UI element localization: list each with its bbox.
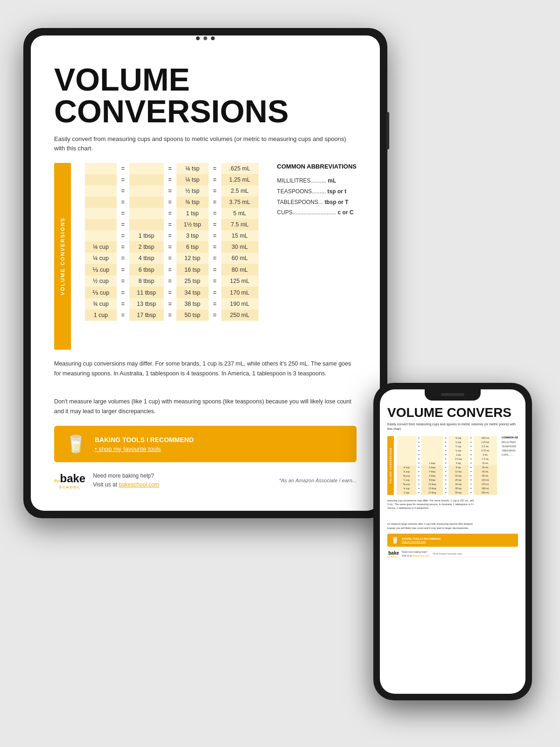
table-row: ⅓ cup = 6 tbsp = 16 tsp = 80 mL	[397, 474, 497, 478]
table-row: ¼ cup = 4 tbsp = 12 tsp = 60 mL	[397, 470, 497, 474]
cell-tbsp: 11 tbsp	[129, 287, 164, 298]
tablet-device: VOLUME CONVERSIONS Easily convert from m…	[23, 28, 387, 518]
cell-cup: ⅛ cup	[85, 241, 117, 253]
table-row: ½ cup = 8 tbsp = 25 tsp = 125 mL	[397, 478, 497, 482]
phone-baking-link[interactable]: shop my favourite tools	[402, 540, 441, 543]
cell-eq2: =	[164, 275, 176, 287]
cell-eq2: =	[164, 185, 176, 197]
cell-eq3: =	[209, 298, 221, 310]
cell-cup	[85, 185, 117, 197]
cell-eq2: =	[164, 208, 176, 219]
cell-tbsp: 4 tbsp	[129, 253, 164, 264]
table-row: = = ¾ tsp = 3.75 mL	[85, 197, 259, 208]
table-row: = 1 tbsp = 3 tsp = 15 mL	[85, 230, 259, 241]
cell-eq1: =	[117, 185, 129, 197]
doc-note-1: Measuring cup conversions may differ. Fo…	[54, 359, 357, 379]
cell-eq3: =	[209, 253, 221, 264]
cell-cup	[85, 219, 117, 230]
phone-logo: b bake SCHOOL	[387, 550, 399, 558]
cell-eq1: =	[117, 275, 129, 287]
doc-note-2: Don't measure large volumes (like 1 cup)…	[54, 397, 357, 417]
cell-ml: 170 mL	[221, 287, 259, 298]
phone-vertical-label-bg: VOLUME CONVERSIONS	[387, 436, 394, 495]
table-row: = = ⅛ tsp = .625 mL	[397, 436, 497, 440]
baking-tools-link[interactable]: shop my favourite tools	[95, 445, 194, 452]
phone-footer-text: Need more baking help? Visit us at bakes…	[402, 550, 429, 557]
table-row: ⅛ cup = 2 tbsp = 6 tsp = 30 mL	[85, 241, 259, 253]
bakeschool-logo: the bake SCHOOL	[54, 472, 85, 489]
conversion-table-area: = = ⅛ tsp = .625 mL = = ¼ tsp = 1.25 mL …	[85, 163, 259, 350]
cell-cup	[85, 208, 117, 219]
cell-eq2: =	[164, 241, 176, 253]
cell-tbsp: 17 tbsp	[129, 310, 164, 321]
phone-footer: b bake SCHOOL Need more baking help? Vis…	[387, 550, 518, 558]
tablet-side-button	[386, 112, 389, 149]
cell-tsp: ¾ tsp	[176, 197, 209, 208]
footer-visit: Visit us at	[93, 481, 117, 488]
conversion-table: = = ⅛ tsp = .625 mL = = ¼ tsp = 1.25 mL …	[85, 163, 259, 321]
cell-eq1: =	[117, 310, 129, 321]
phone-doc-notes: easuring cup conversions may differ. For…	[387, 499, 518, 510]
cell-eq3: =	[209, 174, 221, 185]
phone-abbrev-list: MILLILITRES TEASPOONS TABLESPOO CUPS....…	[502, 440, 518, 457]
cell-eq2: =	[164, 264, 176, 275]
table-row: = = 1½ tsp = 7.5 mL	[397, 457, 497, 461]
cell-cup: ¼ cup	[85, 253, 117, 264]
table-row: ⅓ cup = 6 tbsp = 16 tsp = 80 mL	[85, 264, 259, 275]
cell-tbsp	[129, 208, 164, 219]
tablet-dot-3	[211, 36, 215, 40]
footer-url[interactable]: bakeschool.com	[119, 481, 159, 488]
abbreviations-section: COMMON ABBREVIATIONS MILLILITRES........…	[277, 163, 357, 350]
cell-eq1: =	[117, 230, 129, 241]
table-row: ¼ cup = 4 tbsp = 12 tsp = 60 mL	[85, 253, 259, 264]
phone-abbreviations: COMMON AB MILLILITRES TEASPOONS TABLESPO…	[502, 436, 518, 495]
cell-eq1: =	[117, 241, 129, 253]
abbreviations-title: COMMON ABBREVIATIONS	[277, 163, 357, 170]
cell-ml: 30 mL	[221, 241, 259, 253]
table-row: ⅔ cup = 11 tbsp = 34 tsp = 170 mL	[397, 482, 497, 486]
cell-tsp: ¼ tsp	[176, 174, 209, 185]
table-row: = = ⅛ tsp = .625 mL	[85, 163, 259, 174]
phone-vertical-label: VOLUME CONVERSIONS	[389, 447, 392, 484]
tablet-dot-2	[203, 36, 207, 40]
baking-tools-text: BAKING TOOLS I RECOMMEND shop my favouri…	[95, 436, 194, 452]
baking-tools-banner[interactable]: 🥛 BAKING TOOLS I RECOMMEND shop my favou…	[54, 426, 357, 462]
cell-tbsp	[129, 174, 164, 185]
phone-footer-url[interactable]: bakeschool.com	[413, 554, 429, 557]
cell-tsp: 1½ tsp	[176, 219, 209, 230]
phone-speaker	[441, 393, 464, 396]
abbrev-item: CUPS............................ c or C	[277, 207, 357, 218]
phone-screen: VOLUME CONVERS Easily convert from measu…	[380, 389, 525, 694]
table-row: 1 cup = 17 tbsp = 50 tsp = 250 mL	[85, 310, 259, 321]
cell-eq1: =	[117, 174, 129, 185]
cell-eq3: =	[209, 287, 221, 298]
cell-tbsp: 2 tbsp	[129, 241, 164, 253]
cell-eq2: =	[164, 219, 176, 230]
cell-tbsp: 13 tbsp	[129, 298, 164, 310]
footer-text: Need more baking help? Visit us at bakes…	[93, 472, 159, 489]
phone-footer-help: Need more baking help?	[402, 550, 427, 553]
cell-eq1: =	[117, 287, 129, 298]
cell-cup	[85, 163, 117, 174]
phone-footer-visit: Visit us at	[402, 554, 412, 557]
phone-conv-table: = = ⅛ tsp = .625 mL = = ¼ tsp = 1.25 mL …	[397, 436, 497, 495]
table-row: = = ¾ tsp = 3.75 mL	[397, 449, 497, 453]
table-row: = = ¼ tsp = 1.25 mL	[397, 440, 497, 444]
phone-baking-banner[interactable]: 🥛 BAKING TOOLS I RECOMMEND shop my favou…	[387, 534, 518, 547]
cell-tsp: 3 tsp	[176, 230, 209, 241]
tablet-dot-1	[196, 36, 200, 40]
cell-eq3: =	[209, 310, 221, 321]
cell-ml: 125 mL	[221, 275, 259, 287]
cell-cup	[85, 197, 117, 208]
table-row: 1 cup = 17 tbsp = 50 tsp = 250 mL	[397, 491, 497, 495]
cell-tbsp: 6 tbsp	[129, 264, 164, 275]
cell-eq3: =	[209, 185, 221, 197]
logo-bake: bake	[60, 472, 86, 485]
page-subtitle: Easily convert from measuring cups and s…	[54, 134, 357, 153]
cell-tsp: 6 tsp	[176, 241, 209, 253]
cell-cup: ½ cup	[85, 275, 117, 287]
cell-eq2: =	[164, 287, 176, 298]
phone-table-area: = = ⅛ tsp = .625 mL = = ¼ tsp = 1.25 mL …	[397, 436, 497, 495]
cell-eq1: =	[117, 264, 129, 275]
cell-eq3: =	[209, 208, 221, 219]
